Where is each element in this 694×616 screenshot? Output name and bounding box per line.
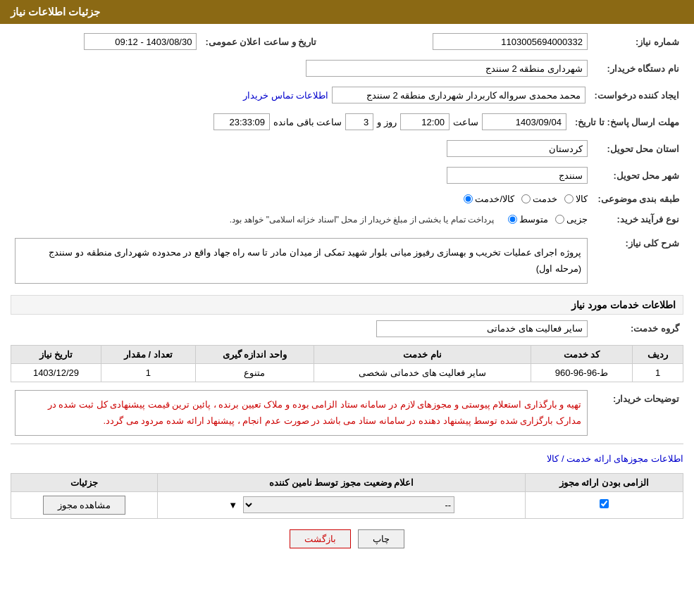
- creator-value: اطلاعات تماس خریدار: [11, 84, 590, 106]
- province-table: استان محل تحویل:: [11, 138, 683, 159]
- permissions-table: الزامی بودن ارائه مجوز اعلام وضعیت مجوز …: [11, 473, 683, 519]
- creator-table: ایجاد کننده درخواست: اطلاعات تماس خریدار: [11, 84, 683, 106]
- basic-info-table: شماره نیاز: تاریخ و ساعت اعلان عمومی:: [11, 31, 683, 52]
- main-content: شماره نیاز: تاریخ و ساعت اعلان عمومی: نا…: [0, 24, 694, 566]
- perm-status-arrow: ▼: [228, 500, 237, 510]
- province-value: [11, 138, 592, 159]
- response-deadline-value: ساعت روز و ساعت باقی مانده: [11, 111, 571, 132]
- category-table: طبقه بندی موضوعی: کالا خدمت کالا/خدمت: [11, 191, 683, 206]
- view-permit-button[interactable]: مشاهده مجوز: [43, 496, 126, 515]
- creator-contact-link[interactable]: اطلاعات تماس خریدار: [243, 90, 328, 101]
- col-unit: واحد اندازه گیری: [195, 345, 314, 363]
- response-days-label: روز و: [377, 117, 397, 127]
- city-input[interactable]: [447, 167, 588, 184]
- category-value: کالا خدمت کالا/خدمت: [11, 191, 592, 206]
- purchase-type-radio-motavasset[interactable]: متوسط: [508, 214, 548, 225]
- permissions-link[interactable]: اطلاعات مجوزهای ارائه خدمت / کالا: [547, 453, 683, 464]
- need-desc-text: پروژه اجرای عملیات تخریب و بهسازی رفیوز …: [49, 247, 581, 274]
- city-label: شهر محل تحویل:: [592, 165, 683, 186]
- response-date-input[interactable]: [482, 113, 566, 130]
- purchase-type-jozi-radio[interactable]: [555, 215, 564, 224]
- response-deadline-label: مهلت ارسال پاسخ: تا تاریخ:: [571, 111, 683, 132]
- col-date: تاریخ نیاز: [11, 345, 101, 363]
- service-group-label: گروه خدمت:: [592, 318, 683, 339]
- province-label: استان محل تحویل:: [592, 138, 683, 159]
- category-khedmat-label: خدمت: [533, 194, 557, 204]
- need-desc-box: پروژه اجرای عملیات تخریب و بهسازی رفیوز …: [15, 238, 588, 284]
- announce-date-input[interactable]: [84, 33, 197, 50]
- cell-service-name: سایر فعالیت های خدماتی شخصی: [314, 363, 531, 382]
- service-group-input[interactable]: [376, 320, 588, 337]
- category-kala-radio[interactable]: [564, 194, 574, 203]
- service-group-table: گروه خدمت:: [11, 318, 683, 339]
- page-title: جزئیات اطلاعات نیاز: [11, 6, 100, 18]
- creator-label: ایجاد کننده درخواست:: [590, 84, 683, 106]
- perm-row: -- ▼ مشاهده مجوز: [11, 491, 683, 518]
- announce-date-value: [11, 31, 201, 52]
- buyer-notes-label: توضیحات خریدار:: [592, 388, 683, 438]
- perm-required-checkbox[interactable]: [600, 499, 609, 508]
- purchase-type-motavasset-radio[interactable]: [508, 215, 517, 224]
- permissions-section-title: اطلاعات مجوزهای ارائه خدمت / کالا: [11, 450, 683, 467]
- cell-date: 1403/12/29: [11, 363, 101, 382]
- category-both-radio[interactable]: [464, 194, 473, 203]
- buyer-notes-text: تهیه و بارگذاری استعلام پیوستی و مجوزهای…: [48, 399, 581, 426]
- response-remaining-label: ساعت باقی مانده: [273, 117, 342, 127]
- perm-col-details: جزئیات: [11, 473, 158, 491]
- city-value: [11, 165, 592, 186]
- buyer-org-label: نام دستگاه خریدار:: [592, 58, 683, 79]
- perm-col-status: اعلام وضعیت مجوز توسط نامین کننده: [158, 473, 526, 491]
- buyer-notes-box: تهیه و بارگذاری استعلام پیوستی و مجوزهای…: [15, 390, 588, 436]
- purchase-type-radio-jozi[interactable]: جزیی: [555, 214, 588, 225]
- creator-input[interactable]: [332, 87, 585, 103]
- purchase-type-table: نوع فرآیند خرید: جزیی متوسط: [11, 212, 683, 227]
- category-radio-kala[interactable]: کالا: [564, 194, 588, 204]
- response-remaining-input[interactable]: [213, 113, 270, 130]
- province-input[interactable]: [447, 140, 588, 157]
- cell-quantity: 1: [101, 363, 195, 382]
- perm-required-cell: [526, 491, 683, 518]
- need-number-value: [335, 31, 592, 52]
- perm-status-select[interactable]: --: [243, 496, 454, 513]
- need-desc-value: پروژه اجرای عملیات تخریب و بهسازی رفیوز …: [11, 232, 592, 289]
- purchase-type-jozi-label: جزیی: [566, 214, 588, 225]
- category-label: طبقه بندی موضوعی:: [592, 191, 683, 206]
- need-number-input[interactable]: [433, 33, 588, 50]
- cell-unit: متنوع: [195, 363, 314, 382]
- buyer-org-table: نام دستگاه خریدار:: [11, 58, 683, 79]
- city-table: شهر محل تحویل:: [11, 165, 683, 186]
- response-time-label: ساعت: [453, 117, 478, 127]
- purchase-type-motavasset-label: متوسط: [519, 214, 548, 225]
- category-khedmat-radio[interactable]: [521, 194, 531, 203]
- need-number-label: شماره نیاز:: [592, 31, 683, 52]
- services-section-header: اطلاعات خدمات مورد نیاز: [11, 295, 683, 315]
- buyer-notes-value: تهیه و بارگذاری استعلام پیوستی و مجوزهای…: [11, 388, 592, 438]
- perm-col-required: الزامی بودن ارائه مجوز: [526, 473, 683, 491]
- buyer-org-input[interactable]: [306, 60, 588, 77]
- purchase-type-label: نوع فرآیند خرید:: [592, 212, 683, 227]
- response-time-input[interactable]: [400, 113, 450, 130]
- deadline-table: مهلت ارسال پاسخ: تا تاریخ: ساعت روز و سا…: [11, 111, 683, 132]
- col-quantity: تعداد / مقدار: [101, 345, 195, 363]
- response-days-input[interactable]: [345, 113, 373, 130]
- perm-status-cell: -- ▼: [158, 491, 526, 518]
- need-desc-table: شرح کلی نیاز: پروژه اجرای عملیات تخریب و…: [11, 232, 683, 289]
- purchase-type-value: جزیی متوسط پرداخت تمام یا بخشی از مبلغ خ…: [11, 212, 592, 227]
- service-group-value: [11, 318, 592, 339]
- need-desc-label: شرح کلی نیاز:: [592, 232, 683, 289]
- cell-row-num: 1: [633, 363, 683, 382]
- col-row-num: ردیف: [633, 345, 683, 363]
- category-radio-khedmat[interactable]: خدمت: [521, 194, 557, 204]
- category-both-label: کالا/خدمت: [475, 194, 514, 204]
- category-kala-label: کالا: [576, 194, 588, 204]
- cell-service-code: ط-96-96-960: [531, 363, 632, 382]
- page-container: جزئیات اطلاعات نیاز شماره نیاز: تاریخ و …: [0, 0, 694, 616]
- announce-date-label: تاریخ و ساعت اعلان عمومی:: [201, 31, 321, 52]
- action-buttons-row: چاپ بازگشت: [11, 529, 683, 548]
- category-radio-both[interactable]: کالا/خدمت: [464, 194, 514, 204]
- buyer-org-value: [11, 58, 592, 79]
- print-button[interactable]: چاپ: [358, 529, 404, 548]
- col-service-code: کد خدمت: [531, 345, 632, 363]
- services-table: ردیف کد خدمت نام خدمت واحد اندازه گیری ت…: [11, 345, 683, 382]
- back-button[interactable]: بازگشت: [290, 529, 351, 548]
